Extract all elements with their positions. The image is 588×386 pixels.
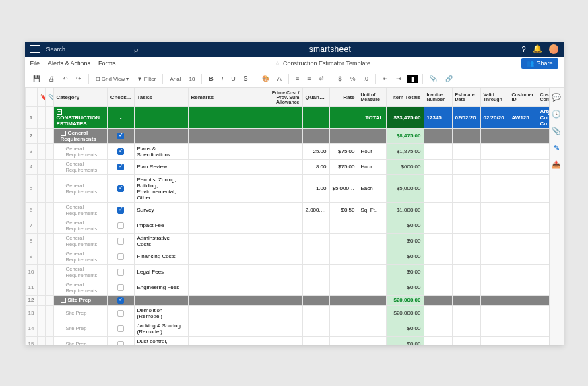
align-left-icon[interactable]: ≡ [293,74,302,84]
checkbox[interactable] [117,222,124,229]
table-row[interactable]: 6 General Requirements Survey 2,000.00$0… [25,202,549,218]
checkbox[interactable] [117,269,124,276]
col-rate[interactable]: Rate [329,88,358,106]
notification-icon[interactable]: 🔔 [533,44,542,53]
checkbox[interactable] [117,341,124,345]
col-custid[interactable]: Customer ID [509,88,537,106]
spreadsheet-grid[interactable]: 🔖 📎 Category Check... Tasks Remarks Prim… [25,88,549,345]
underline-icon[interactable]: U [228,74,238,84]
table-row[interactable]: 13 Site Prep Demolition (Remodel) $20,00… [25,305,549,321]
font-size[interactable]: 10 [186,75,197,84]
save-icon[interactable]: 💾 [30,74,43,84]
checkbox[interactable] [117,164,124,170]
activity-icon[interactable]: 🕓 [552,110,561,119]
table-row[interactable]: 8 General Requirements Adminstrative Cos… [25,233,549,249]
col-company[interactable]: Customer Company Name [537,88,549,106]
table-row[interactable]: 10 General Requirements Legal Fees $0.00 [25,264,549,280]
fill-color-icon[interactable]: 🎨 [259,74,272,84]
col-remarks[interactable]: Remarks [188,88,269,106]
col-category[interactable]: Category [53,88,107,106]
table-row[interactable]: 3 General Requirements Plans & Specifica… [25,143,549,159]
menubar: File Alerts & Actions Forms ☆Constructio… [25,57,564,71]
menu-alerts[interactable]: Alerts & Actions [48,60,90,67]
percent-icon[interactable]: % [347,74,358,84]
strike-icon[interactable]: S̶ [241,74,251,84]
doc-title: ☆Construction Estimator Template [124,60,522,67]
col-checked[interactable]: Check... [107,88,134,106]
align-center-icon[interactable]: ≡ [304,74,313,84]
header-row: 🔖 📎 Category Check... Tasks Remarks Prim… [25,88,549,106]
collapse-icon[interactable]: − [57,109,62,115]
link-icon[interactable]: 🔗 [443,74,455,84]
table-row[interactable]: 14 Site Prep Jacking & Shoring (Remodel)… [25,321,549,336]
checkbox[interactable] [117,325,124,332]
help-icon[interactable]: ? [521,45,525,53]
col-prime[interactable]: Prime Cost / Prov. Sum Allowance [269,88,302,106]
italic-icon[interactable]: I [219,74,226,84]
publish-icon[interactable]: 📤 [552,160,561,169]
undo-icon[interactable]: ↶ [60,74,71,84]
checkbox[interactable] [117,133,124,139]
col-totals[interactable]: Item Totals [386,88,424,106]
bold-icon[interactable]: B [206,74,216,84]
topbar: ⌕ smartsheet ? 🔔 [25,42,564,57]
table-row[interactable]: 15 Site Prep Dust control, Surface Prote… [25,336,549,345]
indent-icon[interactable]: ⇥ [393,74,404,84]
col-estdate[interactable]: Estimate Date [452,88,480,106]
table-row[interactable]: 4 General Requirements Plan Review 8.00$… [25,159,549,174]
checkbox[interactable] [117,207,124,214]
checkbox[interactable] [117,148,124,155]
col-valid[interactable]: Valid Through [480,88,509,106]
font-select[interactable]: Arial [167,75,183,84]
menu-forms[interactable]: Forms [98,60,116,67]
comments-icon[interactable]: 💬 [552,93,561,102]
star-icon[interactable]: ☆ [275,60,280,67]
checkbox[interactable] [117,238,124,245]
brand-logo: smartsheet [139,44,522,54]
share-button[interactable]: 👥Share [521,58,558,69]
section-row[interactable]: 12 −Site Prep $20,000.00 [25,295,549,305]
col-qty[interactable]: Quantity [302,88,329,106]
currency-icon[interactable]: $ [335,74,344,84]
attach-column-icon[interactable]: 📎 [45,88,53,106]
checkbox[interactable] [117,284,124,291]
col-tasks[interactable]: Tasks [134,88,188,106]
avatar[interactable] [549,44,558,54]
checkbox[interactable] [117,310,124,317]
wrap-icon[interactable]: ⏎ [316,74,327,84]
grid-view-button[interactable]: ⊞ Grid View ▾ [93,75,132,84]
flag-column-icon[interactable]: 🔖 [37,88,45,106]
checkbox[interactable] [117,185,124,192]
app-window: ⌕ smartsheet ? 🔔 File Alerts & Actions F… [25,42,564,345]
table-row[interactable]: 7 General Requirements Impact Fee $0.00 [25,218,549,233]
collapse-icon[interactable]: − [61,298,66,303]
right-rail: 💬 🕓 📎 ✎ 📤 [549,88,564,345]
summary-row[interactable]: 1 −CONSTRUCTION ESTIMATES - TOTAL $33,47… [25,106,549,128]
table-row[interactable]: 11 General Requirements Engineering Fees… [25,280,549,295]
table-row[interactable]: 9 General Requirements Financing Costs $… [25,249,549,264]
redo-icon[interactable]: ↷ [73,74,84,84]
checkbox[interactable] [117,297,124,304]
print-icon[interactable]: 🖨 [46,74,57,84]
col-uom[interactable]: Unit of Measure [358,88,386,106]
menu-icon[interactable] [30,45,40,53]
proof-icon[interactable]: ✎ [554,143,560,152]
table-row[interactable]: 5 General Requirements Permits: Zoning, … [25,174,549,202]
decimal-icon[interactable]: .0 [360,74,371,84]
toolbar: 💾 🖨 ↶ ↷ ⊞ Grid View ▾ ▼ Filter Arial 10 … [25,71,564,88]
attachments-rail-icon[interactable]: 📎 [552,127,561,135]
col-invoice[interactable]: Invoice Number [424,88,452,106]
outdent-icon[interactable]: ⇤ [380,74,391,84]
menu-file[interactable]: File [30,60,40,67]
collapse-icon[interactable]: − [61,131,66,136]
highlight-icon[interactable]: ▮ [407,75,418,83]
filter-button[interactable]: ▼ Filter [135,75,159,84]
section-row[interactable]: 2 −General Requirements $8,475.00 [25,128,549,143]
search-input[interactable] [46,46,114,53]
attach-icon[interactable]: 📎 [427,74,440,84]
text-color-icon[interactable]: A [275,74,284,84]
checkbox[interactable] [117,253,124,260]
people-icon: 👥 [527,60,534,67]
search-icon[interactable]: ⌕ [134,45,139,53]
